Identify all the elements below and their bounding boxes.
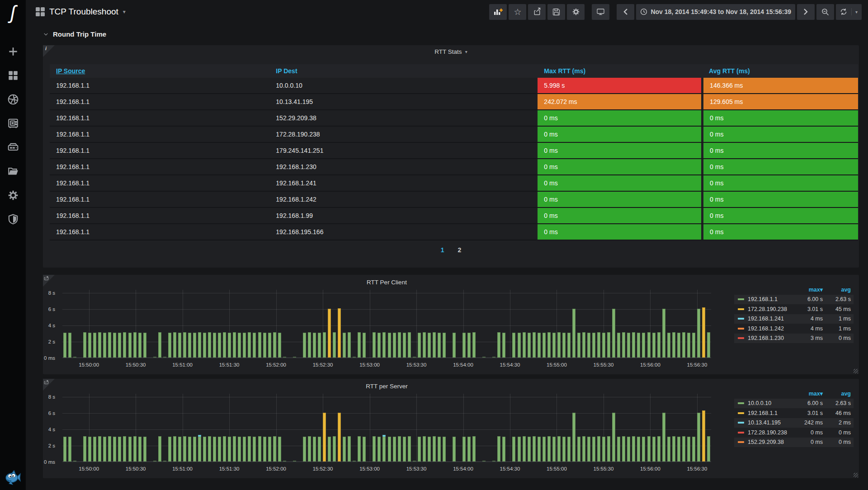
bar — [183, 332, 186, 358]
time-forward-button[interactable] — [797, 4, 815, 20]
bar — [63, 437, 66, 462]
x-axis-tick-label: 15:53:30 — [406, 362, 427, 368]
column-header-max-rtt-ms-[interactable]: Max RTT (ms) — [536, 64, 701, 78]
bar — [672, 436, 675, 462]
legend-sort-max[interactable]: max▾ — [795, 390, 823, 397]
bar — [208, 332, 211, 358]
cell-ip-dest: 192.168.195.166 — [269, 224, 536, 240]
bar-stub — [413, 357, 416, 358]
sidebar-item-snapshots[interactable] — [5, 91, 21, 108]
external-link-corner-icon[interactable] — [44, 380, 50, 388]
sidebar-item-datasources[interactable] — [5, 139, 21, 155]
x-axis-tick-label: 15:53:30 — [406, 466, 427, 471]
cell-max-rtt: 0 ms — [536, 224, 701, 240]
star-button[interactable]: ☆ — [509, 4, 526, 20]
gridline — [276, 290, 277, 358]
sidebar-item-security[interactable] — [5, 211, 21, 227]
app-logo[interactable]: ʃ — [0, 0, 26, 25]
legend-series-toggle[interactable]: 10.13.41.195 — [738, 419, 795, 426]
legend-series-toggle[interactable]: 192.168.1.230 — [738, 335, 795, 341]
bar — [98, 332, 101, 358]
bar — [612, 309, 615, 358]
bar — [158, 436, 161, 462]
bar — [313, 437, 316, 462]
sidebar-item-folders[interactable] — [5, 163, 21, 179]
graph-plot-area[interactable]: 8 s6 s4 s2 s0 ms15:50:0015:50:3015:51:00… — [62, 394, 711, 462]
legend-series-toggle[interactable]: 172.28.190.238 — [738, 429, 795, 436]
bar — [418, 437, 421, 462]
legend-series-toggle[interactable]: 192.168.1.241 — [738, 316, 795, 322]
panel-resize-handle[interactable] — [854, 369, 858, 373]
add-panel-button[interactable] — [489, 4, 507, 20]
legend-series-row: 192.168.1.2424 ms1 ms — [734, 324, 854, 334]
page-link-1[interactable]: 1 — [441, 246, 444, 254]
sidebar-item-settings[interactable] — [5, 187, 21, 203]
refresh-interval-caret-icon[interactable]: ▾ — [851, 8, 858, 15]
bar — [168, 333, 171, 358]
dashboard-title[interactable]: TCP Troubleshoot — [49, 7, 118, 17]
bar — [617, 437, 620, 462]
legend-series-toggle[interactable]: 152.29.209.38 — [738, 439, 795, 445]
bar — [557, 436, 561, 462]
bar — [667, 437, 670, 462]
cycle-view-mode-button[interactable] — [592, 4, 609, 20]
aperture-icon — [7, 94, 19, 105]
share-button[interactable] — [528, 4, 546, 20]
column-header-ip-dest[interactable]: IP Dest — [269, 64, 536, 78]
bar — [278, 437, 281, 462]
bar — [143, 437, 146, 462]
panel-title-bar[interactable]: RTT Stats ▾ — [43, 45, 859, 58]
bar — [123, 436, 126, 462]
sidebar-item-add[interactable] — [5, 43, 21, 60]
legend-series-row: 192.168.1.13.01 s46 ms — [734, 408, 854, 418]
panel-title[interactable]: RTT Per Client — [62, 279, 711, 286]
bar — [238, 333, 241, 358]
mascot-fish-icon[interactable] — [5, 470, 22, 485]
cell-ip-source: 192.168.1.1 — [50, 78, 269, 94]
legend-sort-avg[interactable]: avg — [823, 391, 851, 397]
bar — [173, 332, 176, 358]
column-header-avg-rtt-ms-[interactable]: Avg RTT (ms) — [701, 64, 858, 78]
bar — [443, 437, 446, 462]
time-range-picker[interactable]: Nov 18, 2014 15:49:43 to Nov 18, 2014 15… — [636, 4, 795, 20]
legend-series-toggle[interactable]: 192.168.1.1 — [738, 410, 795, 416]
x-axis-tick-label: 15:55:30 — [594, 362, 614, 368]
bar-stub — [163, 461, 166, 462]
bar-stub — [73, 357, 76, 358]
bar — [178, 333, 181, 358]
page-link-2[interactable]: 2 — [458, 246, 462, 254]
sidebar-item-dashboards[interactable] — [5, 67, 21, 84]
gear-icon — [7, 189, 19, 201]
chevron-left-icon — [623, 9, 628, 15]
x-axis-tick-label: 15:54:00 — [453, 362, 473, 368]
sidebar-item-vault[interactable] — [5, 115, 21, 132]
zoom-out-button[interactable] — [816, 4, 834, 20]
legend-series-row: 192.168.1.2414 ms1 ms — [734, 314, 854, 324]
cell-max-rtt: 242.072 ms — [536, 94, 701, 110]
refresh-button[interactable]: ▾ — [836, 4, 862, 20]
x-axis-tick-label: 15:52:00 — [266, 362, 286, 368]
legend-sort-avg[interactable]: avg — [823, 287, 851, 293]
legend-avg-value: 46 ms — [823, 410, 851, 416]
legend-series-toggle[interactable]: 192.168.1.242 — [738, 325, 795, 332]
panel-title[interactable]: RTT per Server — [62, 383, 711, 390]
graph-plot-area[interactable]: 8 s6 s4 s2 s0 ms15:50:0015:50:3015:51:00… — [62, 290, 711, 358]
column-header-ip-source[interactable]: IP Source — [50, 64, 269, 78]
dashboard-grid-icon[interactable] — [36, 7, 45, 16]
bar-stub — [163, 357, 166, 358]
external-link-corner-icon[interactable] — [44, 276, 50, 284]
x-axis-tick-label: 15:54:30 — [500, 362, 520, 368]
dashboard-title-caret-icon[interactable]: ▾ — [123, 9, 126, 15]
save-button[interactable] — [547, 4, 565, 20]
legend-series-toggle[interactable]: 172.28.190.238 — [738, 306, 795, 312]
legend-sort-max[interactable]: max▾ — [795, 286, 823, 293]
legend-series-toggle[interactable]: 192.168.1.1 — [738, 296, 795, 302]
dashboard-row-round-trip-time[interactable]: Round Trip Time — [43, 28, 859, 40]
max-rtt-value: 5.998 s — [538, 78, 701, 93]
dashboard-settings-button[interactable] — [567, 4, 585, 20]
info-corner-icon[interactable]: i — [45, 46, 47, 51]
bar — [497, 332, 500, 358]
legend-series-toggle[interactable]: 10.0.0.10 — [738, 400, 795, 406]
time-back-button[interactable] — [617, 4, 634, 20]
panel-resize-handle[interactable] — [854, 473, 858, 477]
